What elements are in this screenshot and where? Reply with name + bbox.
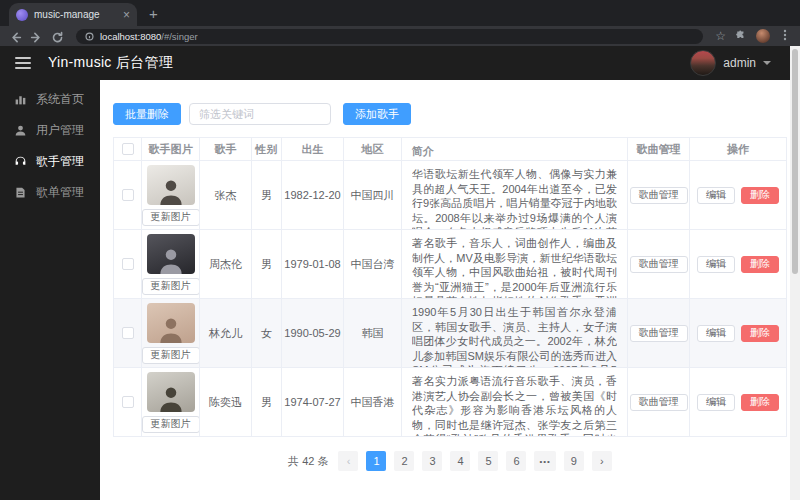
singer-bio: 华语歌坛新生代领军人物、偶像与实力兼具的超人气天王。2004年出道至今，已发行9… (412, 167, 617, 229)
app-title: Yin-music 后台管理 (48, 54, 173, 72)
browser-tabstrip: music-manage × + (0, 0, 800, 26)
update-photo-button[interactable]: 更新图片 (142, 347, 200, 364)
sidebar-item-label: 歌手管理 (36, 153, 84, 170)
batch-delete-button[interactable]: 批量删除 (113, 103, 181, 125)
menu-toggle-icon[interactable] (15, 57, 31, 69)
edit-button[interactable]: 编辑 (697, 187, 735, 204)
more-pages-button[interactable]: ••• (534, 451, 555, 471)
url-host: localhost:8080 (100, 31, 161, 42)
singer-gender: 女 (252, 299, 282, 367)
row-checkbox[interactable] (122, 396, 134, 408)
singer-region: 中国四川 (344, 161, 402, 229)
column-photo: 歌手图片 (142, 138, 200, 160)
singer-name: 陈奕迅 (200, 368, 252, 436)
sidebar-item-singers[interactable]: 歌手管理 (0, 146, 100, 177)
singer-bio: 著名歌手，音乐人，词曲创作人，编曲及制作人，MV及电影导演，新世纪华语歌坛领军人… (412, 236, 617, 298)
headset-icon (14, 155, 27, 168)
tab-favicon-icon (16, 9, 28, 21)
singers-table: 歌手图片 歌手 性别 出生 地区 简介 歌曲管理 操作 更新图片 张 (113, 137, 787, 437)
playlist-icon (14, 186, 27, 199)
column-operations: 操作 (690, 138, 786, 160)
table-row: 更新图片 林允儿 女 1990-05-29 韩国 1990年5月30日出生于韩国… (114, 299, 786, 368)
singer-birth: 1982-12-20 (282, 161, 344, 229)
select-all-checkbox[interactable] (122, 143, 134, 155)
singer-photo (147, 165, 195, 205)
song-manage-button[interactable]: 歌曲管理 (630, 325, 688, 342)
reload-icon[interactable] (51, 30, 64, 43)
back-icon[interactable] (9, 30, 22, 43)
singer-name: 周杰伦 (200, 230, 252, 298)
update-photo-button[interactable]: 更新图片 (142, 278, 200, 295)
browser-menu-icon[interactable] (779, 27, 791, 45)
table-row: 更新图片 陈奕迅 男 1974-07-27 中国香港 著名实力派粤语流行音乐歌手… (114, 368, 786, 437)
total-count: 共 42 条 (288, 454, 328, 469)
toolbar: 批量删除 添加歌手 (113, 103, 787, 125)
forward-icon[interactable] (30, 30, 43, 43)
bookmark-star-icon[interactable]: ☆ (715, 30, 726, 42)
song-manage-button[interactable]: 歌曲管理 (630, 256, 688, 273)
url-path: /#/singer (161, 31, 197, 42)
scrollbar-thumb[interactable] (792, 49, 798, 274)
column-bio: 简介 (402, 138, 628, 160)
delete-button[interactable]: 删除 (741, 325, 779, 342)
browser-profile-avatar[interactable] (756, 29, 770, 43)
update-photo-button[interactable]: 更新图片 (142, 416, 200, 433)
row-checkbox[interactable] (122, 189, 134, 201)
search-input[interactable] (189, 103, 331, 125)
page-button-2[interactable]: 2 (394, 451, 414, 471)
row-checkbox[interactable] (122, 258, 134, 270)
user-avatar[interactable] (690, 50, 716, 76)
singer-region: 中国香港 (344, 368, 402, 436)
page-url: localhost:8080/#/singer (100, 31, 198, 42)
page-button-3[interactable]: 3 (422, 451, 442, 471)
site-info-icon[interactable] (85, 32, 94, 41)
page-button-4[interactable]: 4 (450, 451, 470, 471)
edit-button[interactable]: 编辑 (697, 394, 735, 411)
singer-gender: 男 (252, 368, 282, 436)
column-birth: 出生 (282, 138, 344, 160)
sidebar-item-label: 歌单管理 (36, 184, 84, 201)
page-button-9[interactable]: 9 (564, 451, 584, 471)
main-content: 批量删除 添加歌手 歌手图片 歌手 性别 出生 地区 简介 歌曲管理 操作 (100, 80, 800, 500)
browser-actions: ☆ (715, 27, 791, 45)
sidebar-item-label: 系统首页 (36, 91, 84, 108)
singer-gender: 男 (252, 230, 282, 298)
page-button-5[interactable]: 5 (478, 451, 498, 471)
delete-button[interactable]: 删除 (741, 394, 779, 411)
singer-birth: 1990-05-29 (282, 299, 344, 367)
sidebar-item-home[interactable]: 系统首页 (0, 84, 100, 115)
edit-button[interactable]: 编辑 (697, 256, 735, 273)
scrollbar[interactable] (790, 46, 800, 500)
sidebar-item-users[interactable]: 用户管理 (0, 115, 100, 146)
delete-button[interactable]: 删除 (741, 256, 779, 273)
extensions-icon[interactable] (735, 27, 747, 45)
browser-tab[interactable]: music-manage × (9, 3, 137, 26)
table-row: 更新图片 周杰伦 男 1979-01-08 中国台湾 著名歌手，音乐人，词曲创作… (114, 230, 786, 299)
delete-button[interactable]: 删除 (741, 187, 779, 204)
add-singer-button[interactable]: 添加歌手 (343, 103, 411, 125)
sidebar-item-playlists[interactable]: 歌单管理 (0, 177, 100, 208)
table-header: 歌手图片 歌手 性别 出生 地区 简介 歌曲管理 操作 (114, 138, 786, 161)
song-manage-button[interactable]: 歌曲管理 (630, 394, 688, 411)
singer-birth: 1979-01-08 (282, 230, 344, 298)
prev-page-button[interactable]: ‹ (338, 451, 358, 471)
song-manage-button[interactable]: 歌曲管理 (630, 187, 688, 204)
page-button-1[interactable]: 1 (366, 451, 386, 471)
column-gender: 性别 (252, 138, 282, 160)
next-page-button[interactable]: › (592, 451, 612, 471)
singer-bio: 著名实力派粤语流行音乐歌手、演员，香港演艺人协会副会长之一，曾被美国《时代杂志》… (412, 374, 617, 436)
new-tab-button[interactable]: + (149, 5, 158, 22)
singer-name: 林允儿 (200, 299, 252, 367)
user-menu[interactable]: admin (690, 50, 785, 76)
pagination: 共 42 条 ‹ 1 2 3 4 5 6 ••• 9 › (113, 451, 787, 471)
row-checkbox[interactable] (122, 327, 134, 339)
tab-close-icon[interactable]: × (123, 9, 130, 21)
address-bar[interactable]: localhost:8080/#/singer (76, 29, 703, 44)
singer-bio: 1990年5月30日出生于韩国首尔永登浦区，韩国女歌手、演员、主持人，女子演唱团… (412, 305, 617, 367)
caret-down-icon (763, 61, 771, 65)
singer-region: 中国台湾 (344, 230, 402, 298)
edit-button[interactable]: 编辑 (697, 325, 735, 342)
update-photo-button[interactable]: 更新图片 (142, 209, 200, 226)
page-button-6[interactable]: 6 (506, 451, 526, 471)
column-name: 歌手 (200, 138, 252, 160)
